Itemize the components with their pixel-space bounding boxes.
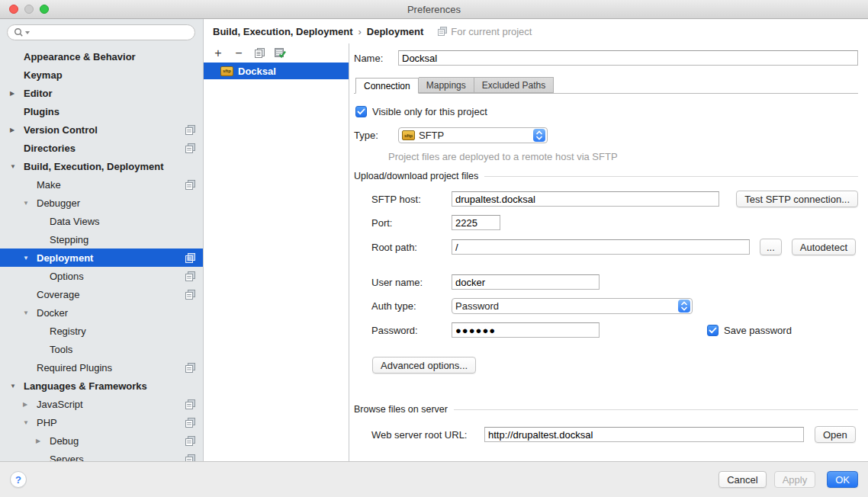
sidebar-item-label: Languages & Frameworks: [24, 380, 147, 392]
tab-excluded-paths[interactable]: Excluded Paths: [474, 77, 554, 93]
sidebar-item-build-execution-deployment[interactable]: ▼Build, Execution, Deployment: [0, 157, 203, 175]
sidebar-item-editor[interactable]: ▶Editor: [0, 84, 203, 102]
tab-mappings[interactable]: Mappings: [419, 77, 474, 93]
dropdown-stepper-icon: [533, 129, 545, 142]
sidebar-item-tools[interactable]: Tools: [0, 340, 203, 358]
visible-only-checkbox[interactable]: [355, 106, 367, 117]
search-options-caret-icon[interactable]: [25, 31, 30, 34]
sidebar-item-servers[interactable]: Servers: [0, 450, 203, 461]
chevron-down-icon[interactable]: ▼: [10, 163, 24, 170]
project-settings-icon: [185, 418, 195, 428]
password-input[interactable]: [452, 322, 600, 338]
open-url-button[interactable]: Open: [815, 426, 856, 443]
help-button[interactable]: ?: [10, 471, 27, 488]
sidebar-item-label: Debugger: [37, 197, 80, 209]
chevron-down-icon[interactable]: ▼: [23, 309, 37, 316]
sidebar-item-label: Tools: [50, 344, 72, 355]
chevron-right-icon[interactable]: ▶: [36, 438, 50, 444]
sidebar-item-label: Required Plugins: [37, 362, 112, 374]
copy-server-button[interactable]: [252, 46, 266, 60]
sidebar-item-plugins[interactable]: Plugins: [0, 102, 203, 120]
chevron-down-icon[interactable]: ▼: [23, 255, 37, 261]
server-item-docksal[interactable]: sftp Docksal: [204, 63, 349, 79]
tab-connection[interactable]: Connection: [355, 78, 419, 94]
sidebar-item-stepping[interactable]: Stepping: [0, 230, 203, 248]
port-input[interactable]: [452, 215, 500, 230]
name-label: Name:: [354, 53, 398, 64]
copy-icon: [254, 47, 265, 59]
sidebar-item-docker[interactable]: ▼Docker: [0, 303, 203, 322]
auth-type-value: Password: [455, 300, 499, 312]
sidebar-item-data-views[interactable]: Data Views: [0, 212, 203, 230]
close-button[interactable]: [9, 5, 18, 14]
traffic-lights: [9, 5, 49, 14]
web-root-input[interactable]: [484, 427, 804, 442]
browse-root-button[interactable]: ...: [760, 239, 782, 255]
sftp-host-label: SFTP host:: [371, 194, 452, 205]
chevron-down-icon[interactable]: ▼: [23, 419, 37, 426]
servers-list-panel: + − sftp Docksal: [204, 43, 349, 461]
apply-button[interactable]: Apply: [774, 471, 816, 488]
auth-type-select[interactable]: Password: [452, 298, 693, 314]
save-password-checkbox[interactable]: [707, 325, 719, 336]
use-as-default-button[interactable]: [273, 46, 287, 60]
sidebar-item-directories[interactable]: Directories: [0, 139, 203, 157]
sidebar-item-appearance-behavior[interactable]: Appearance & Behavior: [0, 47, 203, 66]
sidebar-item-make[interactable]: Make: [0, 175, 203, 194]
sidebar-item-debug[interactable]: ▶Debug: [0, 431, 203, 450]
window-title: Preferences: [407, 4, 461, 15]
project-settings-icon: [185, 399, 195, 409]
chevron-down-icon[interactable]: ▼: [23, 200, 37, 207]
sidebar-item-keymap[interactable]: Keymap: [0, 66, 203, 84]
breadcrumb-separator: ›: [358, 26, 361, 37]
sidebar-item-version-control[interactable]: ▶Version Control: [0, 120, 203, 139]
project-scope-icon: [438, 27, 447, 36]
sidebar-item-options[interactable]: Options: [0, 267, 203, 285]
section-divider: [454, 409, 858, 410]
type-select[interactable]: sftp SFTP: [398, 127, 548, 143]
password-label: Password:: [371, 325, 452, 336]
sftp-host-input[interactable]: [452, 191, 719, 207]
sidebar-item-languages-frameworks[interactable]: ▼Languages & Frameworks: [0, 377, 203, 395]
sidebar-item-label: Coverage: [37, 289, 79, 300]
name-input[interactable]: [398, 50, 858, 66]
user-name-input[interactable]: [452, 274, 600, 290]
project-settings-icon: [185, 125, 195, 135]
project-settings-icon: [185, 271, 195, 281]
minimize-button[interactable]: [24, 5, 34, 14]
chevron-down-icon[interactable]: ▼: [10, 383, 24, 390]
remove-server-button[interactable]: −: [232, 46, 246, 60]
sidebar-item-required-plugins[interactable]: Required Plugins: [0, 358, 203, 377]
sidebar-item-label: Plugins: [24, 106, 59, 117]
test-connection-button[interactable]: Test SFTP connection...: [736, 191, 858, 207]
sidebar-item-label: Registry: [50, 325, 86, 337]
sidebar-item-deployment[interactable]: ▼Deployment: [0, 248, 203, 267]
root-path-input[interactable]: [452, 239, 750, 255]
chevron-right-icon[interactable]: ▶: [10, 127, 24, 133]
zoom-button[interactable]: [40, 5, 49, 14]
breadcrumb-section[interactable]: Build, Execution, Deployment: [213, 26, 352, 37]
port-label: Port:: [371, 217, 452, 229]
sidebar-item-label: Servers: [50, 454, 84, 462]
autodetect-button[interactable]: Autodetect: [792, 239, 856, 255]
browse-section-header: Browse files on server: [354, 404, 858, 415]
sidebar-tree: Appearance & BehaviorKeymap▶EditorPlugin…: [0, 45, 203, 461]
sidebar-item-php[interactable]: ▼PHP: [0, 413, 203, 431]
cancel-button[interactable]: Cancel: [719, 471, 766, 488]
chevron-right-icon[interactable]: ▶: [10, 90, 24, 97]
sidebar-item-debugger[interactable]: ▼Debugger: [0, 194, 203, 212]
settings-sidebar: Appearance & BehaviorKeymap▶EditorPlugin…: [0, 19, 204, 461]
sidebar-item-registry[interactable]: Registry: [0, 322, 203, 340]
deployment-form: Name: Connection Mappings Excluded Paths…: [349, 43, 868, 461]
search-input[interactable]: [31, 27, 188, 38]
ok-button[interactable]: OK: [827, 471, 858, 488]
sidebar-item-javascript[interactable]: ▶JavaScript: [0, 395, 203, 413]
sidebar-item-label: Stepping: [50, 234, 88, 245]
search-box[interactable]: [7, 24, 195, 40]
chevron-right-icon[interactable]: ▶: [23, 401, 37, 408]
add-server-button[interactable]: +: [211, 46, 225, 60]
sidebar-item-label: Debug: [50, 435, 79, 447]
advanced-options-button[interactable]: Advanced options...: [372, 357, 476, 374]
sidebar-item-label: Docker: [37, 307, 68, 319]
sidebar-item-coverage[interactable]: Coverage: [0, 285, 203, 303]
